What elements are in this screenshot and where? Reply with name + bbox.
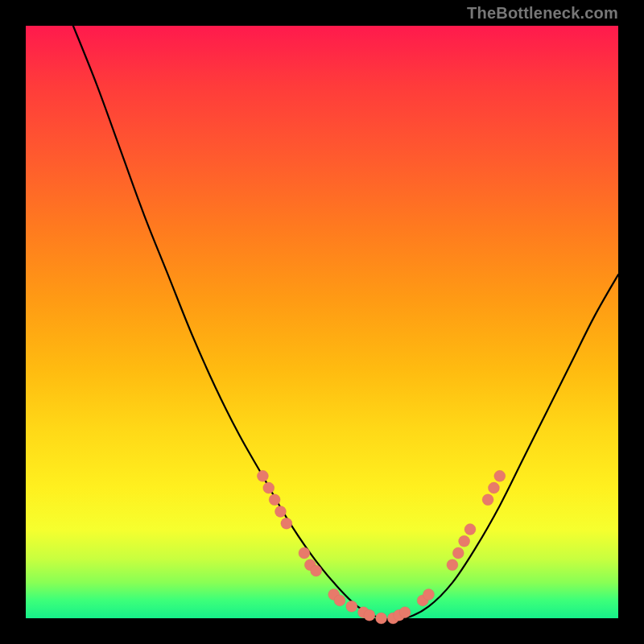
highlight-dot (464, 524, 476, 535)
highlight-dot (423, 589, 434, 601)
bottleneck-curve (73, 26, 618, 620)
highlight-dot (257, 470, 268, 481)
chart-frame: TheBottleneck.com (0, 0, 644, 644)
highlight-dot (275, 506, 286, 518)
curve-svg (26, 26, 618, 618)
highlight-dot (281, 518, 292, 529)
highlight-dot (399, 607, 411, 618)
highlight-dot (346, 601, 357, 612)
highlight-dot (263, 482, 275, 493)
highlight-dot (269, 494, 280, 506)
highlight-dot (459, 535, 470, 547)
highlight-dot (299, 547, 310, 559)
highlight-dot (494, 470, 506, 481)
highlight-dot (447, 559, 458, 571)
watermark-label: TheBottleneck.com (467, 0, 618, 26)
highlight-dot (488, 482, 499, 493)
highlight-dot (452, 547, 464, 559)
highlight-dots (257, 470, 505, 624)
highlight-dot (334, 595, 345, 606)
highlight-dot (376, 613, 387, 624)
plot-area (26, 26, 618, 618)
highlight-dot (482, 494, 493, 506)
highlight-dot (364, 609, 375, 621)
highlight-dot (311, 565, 322, 576)
